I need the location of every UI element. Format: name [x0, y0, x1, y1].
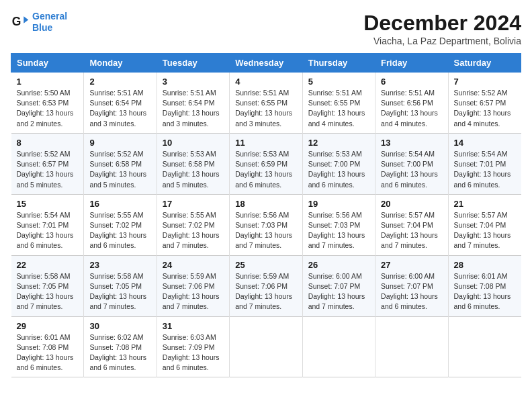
- page-header: G General Blue December 2024 Viacha, La …: [11, 11, 521, 46]
- day-detail: Sunrise: 6:02 AMSunset: 7:08 PMDaylight:…: [89, 333, 146, 372]
- calendar-week-row: 1 Sunrise: 5:50 AMSunset: 6:53 PMDayligh…: [11, 73, 521, 134]
- logo-icon: G: [11, 13, 30, 32]
- day-number: 26: [308, 260, 369, 270]
- calendar-cell: 1 Sunrise: 5:50 AMSunset: 6:53 PMDayligh…: [11, 73, 84, 134]
- day-number: 17: [163, 199, 224, 209]
- weekday-header: Saturday: [448, 54, 521, 73]
- calendar-cell: 6 Sunrise: 5:51 AMSunset: 6:56 PMDayligh…: [375, 73, 448, 134]
- calendar-cell: 25 Sunrise: 5:59 AMSunset: 7:06 PMDaylig…: [230, 255, 302, 316]
- location-subtitle: Viacha, La Paz Department, Bolivia: [363, 36, 521, 46]
- calendar-cell: [302, 316, 375, 377]
- day-detail: Sunrise: 5:56 AMSunset: 7:03 PMDaylight:…: [308, 211, 365, 250]
- day-number: 18: [235, 199, 296, 209]
- calendar-week-row: 29 Sunrise: 6:01 AMSunset: 7:08 PMDaylig…: [11, 316, 521, 377]
- day-number: 4: [235, 77, 296, 87]
- day-number: 25: [235, 260, 296, 270]
- day-detail: Sunrise: 5:54 AMSunset: 7:00 PMDaylight:…: [381, 150, 438, 189]
- calendar-cell: 30 Sunrise: 6:02 AMSunset: 7:08 PMDaylig…: [84, 316, 157, 377]
- calendar-cell: 14 Sunrise: 5:54 AMSunset: 7:01 PMDaylig…: [448, 133, 521, 194]
- calendar-table: SundayMondayTuesdayWednesdayThursdayFrid…: [11, 53, 521, 377]
- calendar-cell: 16 Sunrise: 5:55 AMSunset: 7:02 PMDaylig…: [84, 194, 157, 255]
- day-detail: Sunrise: 5:58 AMSunset: 7:05 PMDaylight:…: [89, 272, 146, 311]
- calendar-cell: [375, 316, 448, 377]
- day-number: 14: [454, 138, 516, 148]
- day-number: 31: [163, 321, 224, 331]
- calendar-cell: 18 Sunrise: 5:56 AMSunset: 7:03 PMDaylig…: [230, 194, 302, 255]
- day-detail: Sunrise: 5:53 AMSunset: 6:58 PMDaylight:…: [163, 150, 220, 189]
- day-detail: Sunrise: 5:51 AMSunset: 6:55 PMDaylight:…: [308, 89, 365, 128]
- day-detail: Sunrise: 5:53 AMSunset: 6:59 PMDaylight:…: [235, 150, 292, 189]
- day-detail: Sunrise: 5:51 AMSunset: 6:54 PMDaylight:…: [163, 89, 220, 128]
- day-number: 28: [454, 260, 516, 270]
- day-number: 13: [381, 138, 442, 148]
- logo-text: General Blue: [32, 11, 67, 34]
- day-detail: Sunrise: 5:52 AMSunset: 6:57 PMDaylight:…: [17, 150, 74, 189]
- day-detail: Sunrise: 5:51 AMSunset: 6:54 PMDaylight:…: [89, 89, 146, 128]
- day-detail: Sunrise: 6:00 AMSunset: 7:07 PMDaylight:…: [381, 272, 438, 311]
- day-number: 21: [454, 199, 516, 209]
- calendar-week-row: 8 Sunrise: 5:52 AMSunset: 6:57 PMDayligh…: [11, 133, 521, 194]
- calendar-cell: 4 Sunrise: 5:51 AMSunset: 6:55 PMDayligh…: [230, 73, 302, 134]
- day-number: 22: [17, 260, 79, 270]
- calendar-cell: 28 Sunrise: 6:01 AMSunset: 7:08 PMDaylig…: [448, 255, 521, 316]
- calendar-cell: 7 Sunrise: 5:52 AMSunset: 6:57 PMDayligh…: [448, 73, 521, 134]
- day-number: 16: [89, 199, 150, 209]
- calendar-cell: 21 Sunrise: 5:57 AMSunset: 7:04 PMDaylig…: [448, 194, 521, 255]
- svg-text:G: G: [12, 15, 21, 28]
- calendar-cell: 27 Sunrise: 6:00 AMSunset: 7:07 PMDaylig…: [375, 255, 448, 316]
- day-number: 20: [381, 199, 442, 209]
- calendar-cell: 12 Sunrise: 5:53 AMSunset: 7:00 PMDaylig…: [302, 133, 375, 194]
- day-detail: Sunrise: 5:53 AMSunset: 7:00 PMDaylight:…: [308, 150, 365, 189]
- day-detail: Sunrise: 5:55 AMSunset: 7:02 PMDaylight:…: [89, 211, 146, 250]
- svg-marker-1: [24, 16, 28, 24]
- day-detail: Sunrise: 5:59 AMSunset: 7:06 PMDaylight:…: [163, 272, 220, 311]
- month-title: December 2024: [363, 11, 521, 36]
- weekday-header: Monday: [84, 54, 157, 73]
- day-detail: Sunrise: 5:56 AMSunset: 7:03 PMDaylight:…: [235, 211, 292, 250]
- title-block: December 2024 Viacha, La Paz Department,…: [363, 11, 521, 46]
- day-number: 23: [89, 260, 150, 270]
- day-number: 12: [308, 138, 369, 148]
- day-detail: Sunrise: 5:55 AMSunset: 7:02 PMDaylight:…: [163, 211, 220, 250]
- day-number: 24: [163, 260, 224, 270]
- day-detail: Sunrise: 5:51 AMSunset: 6:56 PMDaylight:…: [381, 89, 438, 128]
- calendar-cell: 20 Sunrise: 5:57 AMSunset: 7:04 PMDaylig…: [375, 194, 448, 255]
- weekday-header-row: SundayMondayTuesdayWednesdayThursdayFrid…: [11, 54, 521, 73]
- day-detail: Sunrise: 5:54 AMSunset: 7:01 PMDaylight:…: [454, 150, 511, 189]
- day-number: 15: [17, 199, 79, 209]
- day-detail: Sunrise: 5:58 AMSunset: 7:05 PMDaylight:…: [17, 272, 74, 311]
- weekday-header: Thursday: [302, 54, 375, 73]
- calendar-cell: 19 Sunrise: 5:56 AMSunset: 7:03 PMDaylig…: [302, 194, 375, 255]
- day-detail: Sunrise: 6:03 AMSunset: 7:09 PMDaylight:…: [163, 333, 220, 372]
- day-number: 9: [89, 138, 150, 148]
- weekday-header: Wednesday: [230, 54, 302, 73]
- weekday-header: Friday: [375, 54, 448, 73]
- day-detail: Sunrise: 5:52 AMSunset: 6:57 PMDaylight:…: [454, 89, 511, 128]
- calendar-week-row: 15 Sunrise: 5:54 AMSunset: 7:01 PMDaylig…: [11, 194, 521, 255]
- day-detail: Sunrise: 6:01 AMSunset: 7:08 PMDaylight:…: [454, 272, 511, 311]
- calendar-cell: 24 Sunrise: 5:59 AMSunset: 7:06 PMDaylig…: [157, 255, 229, 316]
- day-number: 29: [17, 321, 79, 331]
- calendar-cell: 8 Sunrise: 5:52 AMSunset: 6:57 PMDayligh…: [11, 133, 84, 194]
- day-detail: Sunrise: 5:57 AMSunset: 7:04 PMDaylight:…: [381, 211, 438, 250]
- calendar-cell: 5 Sunrise: 5:51 AMSunset: 6:55 PMDayligh…: [302, 73, 375, 134]
- calendar-cell: 3 Sunrise: 5:51 AMSunset: 6:54 PMDayligh…: [157, 73, 229, 134]
- logo: G General Blue: [11, 11, 67, 34]
- day-number: 1: [17, 77, 79, 87]
- day-detail: Sunrise: 6:01 AMSunset: 7:08 PMDaylight:…: [17, 333, 74, 372]
- day-number: 5: [308, 77, 369, 87]
- calendar-cell: [230, 316, 302, 377]
- day-detail: Sunrise: 5:51 AMSunset: 6:55 PMDaylight:…: [235, 89, 292, 128]
- day-detail: Sunrise: 5:57 AMSunset: 7:04 PMDaylight:…: [454, 211, 511, 250]
- calendar-cell: 29 Sunrise: 6:01 AMSunset: 7:08 PMDaylig…: [11, 316, 84, 377]
- weekday-header: Sunday: [11, 54, 84, 73]
- calendar-cell: 11 Sunrise: 5:53 AMSunset: 6:59 PMDaylig…: [230, 133, 302, 194]
- day-detail: Sunrise: 5:59 AMSunset: 7:06 PMDaylight:…: [235, 272, 292, 311]
- day-number: 2: [89, 77, 150, 87]
- day-number: 30: [89, 321, 150, 331]
- day-number: 19: [308, 199, 369, 209]
- day-number: 6: [381, 77, 442, 87]
- day-detail: Sunrise: 5:50 AMSunset: 6:53 PMDaylight:…: [17, 89, 74, 128]
- calendar-cell: 31 Sunrise: 6:03 AMSunset: 7:09 PMDaylig…: [157, 316, 229, 377]
- day-number: 10: [163, 138, 224, 148]
